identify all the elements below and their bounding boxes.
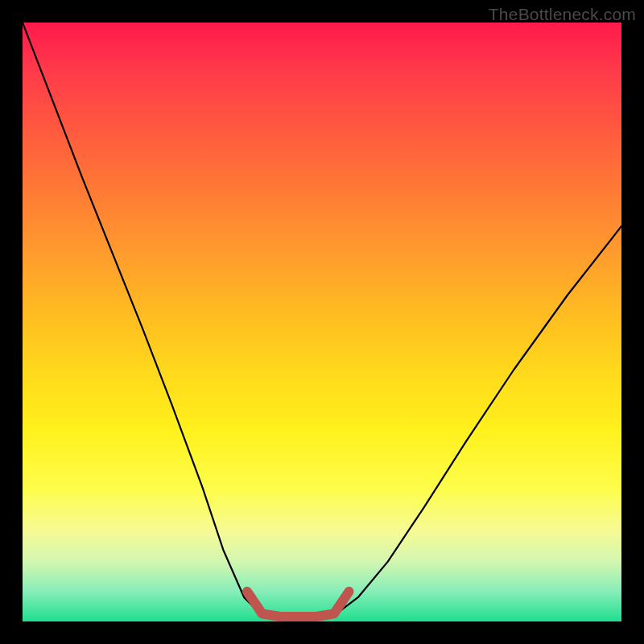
chart-plot-area	[23, 23, 621, 621]
chart-svg	[23, 23, 621, 621]
accent-floor-segment	[247, 592, 349, 617]
chart-frame: TheBottleneck.com	[0, 0, 644, 644]
bottleneck-curve	[23, 23, 621, 618]
watermark-text: TheBottleneck.com	[489, 5, 636, 24]
